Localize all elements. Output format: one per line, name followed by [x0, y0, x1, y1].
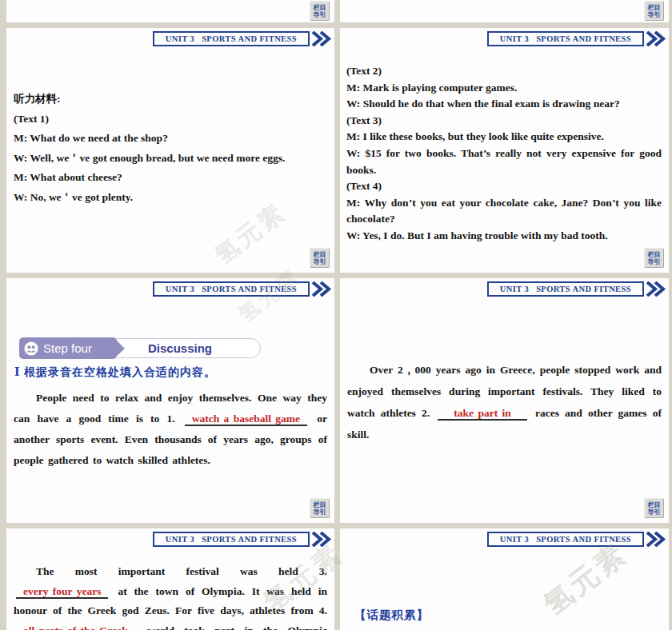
nav-guide-label-line1: 栏目 — [310, 251, 329, 258]
slide-discussing: UNIT 3 SPORTS AND FITNESS Discussing Ste… — [6, 278, 334, 523]
handout-canvas: 栏目 导引 栏目 导引 UNIT 3 SPORTS AND FITNESS 听力… — [0, 0, 672, 630]
nav-guide-label-line2: 导引 — [645, 258, 663, 265]
dialogue-line: M: What about cheese? — [14, 168, 323, 188]
nav-guide-button[interactable]: 栏目 导引 — [644, 1, 664, 21]
double-chevron-icon — [646, 31, 666, 46]
step-title: Discussing — [148, 341, 212, 355]
dialogue-line: W: Well, we＇ve got enough bread, but we … — [14, 149, 323, 169]
double-chevron-icon — [311, 281, 332, 297]
unit-header: UNIT 3 SPORTS AND FITNESS — [153, 281, 332, 297]
text2-label: (Text 2) — [346, 63, 662, 80]
slide-listening-text1: UNIT 3 SPORTS AND FITNESS 听力材料: (Text 1)… — [6, 28, 334, 273]
unit-header: UNIT 3 SPORTS AND FITNESS — [487, 532, 666, 547]
double-chevron-icon — [646, 532, 666, 547]
unit-title: UNIT 3 SPORTS AND FITNESS — [153, 281, 310, 297]
slide-topic-accumulation: UNIT 3 SPORTS AND FITNESS 【话题积累】 — [340, 528, 669, 630]
unit-title: UNIT 3 SPORTS AND FITNESS — [487, 281, 644, 297]
nav-guide-label-line2: 导引 — [310, 11, 329, 18]
unit-title: UNIT 3 SPORTS AND FITNESS — [487, 532, 644, 547]
topic-accumulation-heading: 【话题积累】 — [354, 608, 429, 623]
dialogue-line: M: Why don’t you eat your chocolate cake… — [346, 195, 662, 228]
nav-guide-label-line2: 导引 — [645, 508, 663, 516]
slide-listening-text2-4: UNIT 3 SPORTS AND FITNESS (Text 2) M: Ma… — [340, 28, 669, 273]
nav-guide-button[interactable]: 栏目 导引 — [310, 498, 330, 518]
nav-guide-label-line1: 栏目 — [645, 251, 663, 258]
unit-title: UNIT 3 SPORTS AND FITNESS — [153, 31, 310, 46]
nav-guide-label-line1: 栏目 — [310, 501, 329, 508]
dialogue-line: W: No, we＇ve got plenty. — [14, 188, 323, 208]
double-chevron-icon — [311, 31, 332, 46]
nav-guide-label-line2: 导引 — [310, 508, 329, 516]
dialogue-line: W: Should he do that when the final exam… — [346, 96, 662, 113]
double-chevron-icon — [311, 532, 332, 547]
step-label: Step four — [43, 341, 92, 355]
listening-material-title: 听力材料: — [14, 90, 323, 110]
nav-guide-button[interactable]: 栏目 导引 — [644, 248, 664, 268]
blank-answer-4: all parts of the Greek — [16, 624, 135, 630]
dialogue-line: W: Yes, I do. But I am having trouble wi… — [346, 228, 662, 245]
slide-greece-paragraph: UNIT 3 SPORTS AND FITNESS Over 2，000 yea… — [340, 278, 669, 523]
slide-sliver-left: 栏目 导引 — [6, 0, 334, 22]
unit-title: UNIT 3 SPORTS AND FITNESS — [487, 31, 644, 46]
blank-answer-1: watch a baseball game — [185, 413, 307, 426]
step-banner: Discussing Step four — [19, 337, 263, 359]
nav-guide-label-line2: 导引 — [645, 11, 663, 18]
unit-header: UNIT 3 SPORTS AND FITNESS — [153, 532, 332, 547]
nav-guide-button[interactable]: 栏目 导引 — [310, 1, 330, 21]
group-icon — [24, 341, 38, 356]
slide-festival-paragraph: UNIT 3 SPORTS AND FITNESS The most impor… — [6, 528, 334, 630]
dialogue-line: W: $15 for two books. That’s really not … — [346, 146, 662, 178]
nav-guide-label-line1: 栏目 — [645, 501, 663, 508]
double-chevron-icon — [646, 281, 666, 297]
paragraph-text: The most important festival was held 3. — [36, 565, 327, 577]
text3-label: (Text 3) — [346, 113, 662, 130]
nav-guide-label-line2: 导引 — [310, 258, 329, 265]
nav-guide-label-line1: 栏目 — [645, 4, 663, 11]
step-label-tag: Step four — [19, 337, 117, 359]
slide-sliver-right: 栏目 导引 — [340, 0, 669, 22]
exercise-paragraph: People need to relax and enjoy themselve… — [14, 388, 327, 471]
dialogue-line: M: What do we need at the shop? — [14, 129, 323, 149]
blank-answer-3: every four years — [16, 585, 108, 599]
listening-text1-body: 听力材料: (Text 1) M: What do we need at the… — [6, 28, 334, 207]
nav-guide-label-line1: 栏目 — [310, 4, 329, 11]
text4-label: (Text 4) — [346, 178, 662, 195]
exercise-instruction: Ⅰ 根据录音在空格处填入合适的内容。 — [14, 365, 216, 380]
listening-text2-4-body: (Text 2) M: Mark is playing computer gam… — [340, 28, 669, 245]
unit-header: UNIT 3 SPORTS AND FITNESS — [487, 281, 666, 297]
nav-guide-button[interactable]: 栏目 导引 — [310, 248, 330, 268]
unit-title: UNIT 3 SPORTS AND FITNESS — [153, 532, 310, 547]
exercise-paragraph: The most important festival was held 3. … — [14, 562, 327, 630]
step-tag-arrow — [115, 339, 125, 357]
unit-header: UNIT 3 SPORTS AND FITNESS — [487, 31, 666, 46]
exercise-paragraph: Over 2，000 years ago in Greece, people s… — [347, 359, 662, 445]
unit-header: UNIT 3 SPORTS AND FITNESS — [153, 31, 332, 46]
blank-answer-2: take part in — [438, 407, 527, 421]
text1-label: (Text 1) — [14, 110, 323, 130]
nav-guide-button[interactable]: 栏目 导引 — [644, 498, 664, 518]
dialogue-line: M: I like these books, but they look lik… — [346, 129, 662, 146]
dialogue-line: M: Mark is playing computer games. — [346, 80, 662, 97]
